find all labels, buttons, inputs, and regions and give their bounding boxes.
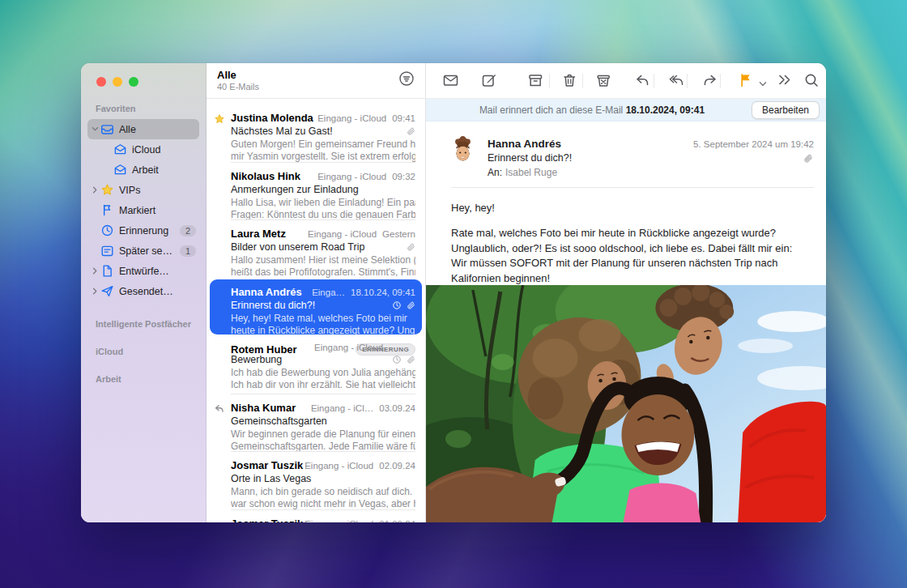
email-preview: Ich hab dir von ihr erzählt. Sie hat vie… (231, 380, 415, 391)
to-label: An: (488, 167, 502, 178)
message-recipient-line: An:Isabel Ruge (488, 167, 557, 178)
email-preview: Wir beginnen gerade die Planung für eine… (231, 429, 415, 441)
email-sender: Justina Molenda (231, 112, 313, 124)
body-paragraph: Rate mal, welches Foto bei mir heute in … (451, 226, 803, 286)
email-list-item[interactable]: Josmar TuszikEingang - iCloud01.09.24 (207, 510, 425, 523)
email-time: 01.09.24 (379, 519, 415, 523)
email-mailbox: Eingang - iCl… (311, 403, 373, 413)
sidebar-item-erinnerung[interactable]: Erinnerung 2 (87, 220, 199, 241)
get-mail-icon[interactable] (442, 72, 459, 89)
sender-avatar (449, 136, 476, 163)
email-sender: Nisha Kumar (231, 402, 296, 414)
compose-icon[interactable] (481, 72, 498, 89)
email-mailbox: Eingang - iCloud (317, 172, 386, 181)
clock-icon (100, 224, 114, 237)
forward-icon[interactable] (702, 72, 719, 89)
zoom-window-button[interactable] (129, 77, 138, 87)
chevron-down-icon[interactable] (91, 126, 99, 133)
reply-icon[interactable] (634, 72, 651, 89)
sidebar-item-entwuerfe[interactable]: Entwürfe… (87, 261, 199, 281)
email-list-item[interactable]: Rotem HuberERINNERUNG Eingang - iCloud B… (207, 336, 425, 394)
sidebar-item-label: Erinnerung (119, 225, 180, 236)
email-preview: Mann, ich bin gerade so neidisch auf dic… (231, 487, 415, 498)
paperclip-icon (406, 126, 415, 136)
edit-reminder-button[interactable]: Bearbeiten (752, 101, 820, 119)
reminder-date: 18.10.2024, 09:41 (626, 104, 705, 116)
sidebar-item-alle[interactable]: Alle (87, 119, 199, 139)
reminder-clock-icon (392, 355, 402, 364)
email-sender: Josmar Tuszik (231, 518, 303, 523)
email-mailbox: Eingang - iCloud (304, 461, 373, 471)
email-subject: Erinnerst du dich?! (231, 300, 392, 311)
mailbox-title: Alle (217, 69, 415, 81)
sidebar-item-vips[interactable]: VIPs (87, 180, 199, 200)
reply-all-icon[interactable] (668, 72, 685, 89)
toolbar (426, 63, 826, 99)
email-list-item[interactable]: Josmar TuszikEingang - iCloud02.09.24 Or… (207, 452, 425, 510)
chevron-right-icon[interactable] (91, 186, 99, 194)
sidebar-item-gesendet[interactable]: Gesendet… (87, 281, 199, 301)
sidebar-section-smart-mailboxes[interactable]: Intelligente Postfächer (81, 319, 206, 329)
email-preview: heißt das bei Profifotografen. Stimmt's,… (231, 267, 415, 279)
minimize-window-button[interactable] (113, 77, 122, 87)
unread-count-badge: 1 (180, 245, 196, 257)
email-preview: Gemeinschaftsgarten. Jede Familie wäre f… (231, 441, 415, 453)
sidebar-section-icloud[interactable]: iCloud (81, 347, 206, 356)
email-time: 18.10.24, 09:41 (351, 288, 415, 297)
reading-pane: Mail erinnert dich an diese E-Mail 18.10… (425, 63, 826, 522)
chevron-right-icon[interactable] (91, 288, 99, 295)
search-icon[interactable] (803, 72, 820, 89)
sidebar-item-spaeter-senden[interactable]: Später se… 1 (87, 241, 199, 261)
email-mailbox: Eingang - iCloud (304, 519, 373, 523)
sidebar-item-label: Markiert (119, 205, 199, 216)
email-preview: war schon ewig nicht mehr in Vegas, aber… (231, 499, 415, 510)
email-list-item-selected[interactable]: Hanna AndrésEinga…18.10.24, 09:41 Erinne… (207, 279, 425, 337)
sidebar-item-label: iCloud (132, 144, 199, 156)
reminder-text: Mail erinnert dich an diese E-Mail (479, 104, 623, 116)
photo-attachment[interactable] (426, 285, 826, 522)
junk-icon[interactable] (595, 72, 612, 89)
email-sender: Josmar Tuszik (231, 459, 303, 471)
flag-menu-chevron-icon[interactable] (759, 77, 767, 85)
header-divider (451, 187, 814, 188)
recipient-name[interactable]: Isabel Ruge (505, 167, 557, 178)
sidebar-item-label: Entwürfe… (119, 266, 199, 277)
email-list-item[interactable]: Justina MolendaEingang - iCloud09:41 Näc… (207, 104, 425, 163)
vip-star-icon (214, 113, 225, 125)
unread-count-badge: 2 (180, 225, 196, 236)
close-window-button[interactable] (96, 77, 106, 87)
replied-arrow-icon (214, 403, 225, 415)
paperclip-icon (803, 153, 813, 164)
sidebar-item-arbeit-inbox[interactable]: Arbeit (87, 160, 199, 180)
flag-icon[interactable] (738, 72, 755, 89)
email-sender: Laura Metz (231, 228, 286, 240)
reminder-clock-icon (392, 300, 402, 310)
email-subject: Bewerbung (231, 354, 392, 365)
overflow-icon[interactable] (777, 72, 794, 89)
flag-icon (100, 203, 114, 217)
email-list-item[interactable]: Nikolaus HinkEingang - iCloud09:32 Anmer… (207, 163, 425, 221)
archive-icon[interactable] (527, 72, 544, 89)
sidebar-item-markiert[interactable]: Markiert (87, 200, 199, 220)
paperclip-icon (406, 355, 415, 364)
sidebar-item-icloud-inbox[interactable]: iCloud (87, 139, 199, 160)
email-time: 09:32 (392, 172, 415, 181)
body-paragraph: Hey, hey! (451, 201, 803, 215)
sidebar-item-label: VIPs (119, 185, 199, 196)
reminder-banner-text: Mail erinnert dich an diese E-Mail 18.10… (432, 104, 752, 116)
email-preview: Hey, hey! Rate mal, welches Foto bei mir (231, 313, 415, 325)
mailbox-count: 40 E-Mails (217, 82, 415, 92)
sidebar: Favoriten Alle iCloud Arbeit (81, 63, 207, 522)
sidebar-section-arbeit[interactable]: Arbeit (81, 374, 206, 384)
email-list-item[interactable]: Laura MetzEingang - iCloudGestern Bilder… (207, 220, 425, 279)
message-list: Alle 40 E-Mails Justina MolendaEingang -… (207, 63, 425, 522)
email-preview: mir Yasmin vorgestellt. Sie ist extrem e… (231, 151, 415, 163)
filter-icon[interactable] (398, 70, 415, 87)
trash-icon[interactable] (561, 72, 578, 89)
paperclip-icon (406, 300, 415, 310)
email-time: 03.09.24 (379, 403, 415, 413)
email-list-item[interactable]: Nisha KumarEingang - iCl…03.09.24 Gemein… (207, 394, 425, 453)
chevron-right-icon[interactable] (91, 267, 99, 275)
email-sender: Hanna Andrés (231, 286, 302, 298)
email-subject: Anmerkungen zur Einladung (231, 184, 415, 195)
